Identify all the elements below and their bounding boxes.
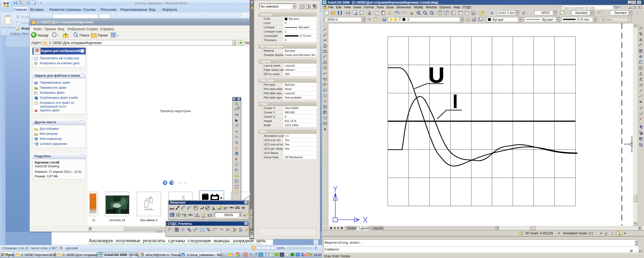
svg-text:0.70 mm: 0.70 mm [577,18,589,21]
svg-text:Annotation Scale: 1:1: Annotation Scale: 1:1 [563,232,593,235]
svg-text:?: ? [236,191,237,194]
svg-text:ByColor: ByColor [601,18,612,21]
svg-text:ГОСТ: ГОСТ [236,185,239,187]
svg-text:ByLayer: ByLayer [493,18,504,21]
svg-text:A: A [237,135,238,137]
svg-text:Layout1: Layout1 [359,227,370,230]
svg-text:ByLayer: ByLayer [542,18,553,21]
svg-text:GOST 2.304: GOST 2.304 [498,11,514,14]
svg-text:A: A [491,11,493,15]
svg-text:A: A [196,229,197,230]
svg-text:SPDS: SPDS [541,11,550,15]
svg-text:y: y [188,206,188,207]
svg-text:fx: fx [241,229,243,232]
svg-text:0: 0 [408,18,409,21]
svg-text:x: x [190,208,191,210]
svg-text:VP Scale: 0.251326: VP Scale: 0.251326 [525,232,553,235]
svg-text:A: A [237,126,238,127]
svg-text:Model: Model [347,227,356,230]
svg-text:x2: x2 [236,164,238,165]
svg-text:Standard: Standard [614,11,627,15]
svg-text:Standard: Standard [575,11,587,15]
svg-text:A: A [324,127,326,131]
svg-text:SPDS 4: SPDS 4 [327,18,338,21]
svg-text:Layout2: Layout2 [373,227,383,230]
svg-text:.1: .1 [172,214,174,216]
svg-text:A: A [196,213,198,216]
svg-text:?: ? [481,11,483,15]
svg-text:A: A [235,141,238,144]
